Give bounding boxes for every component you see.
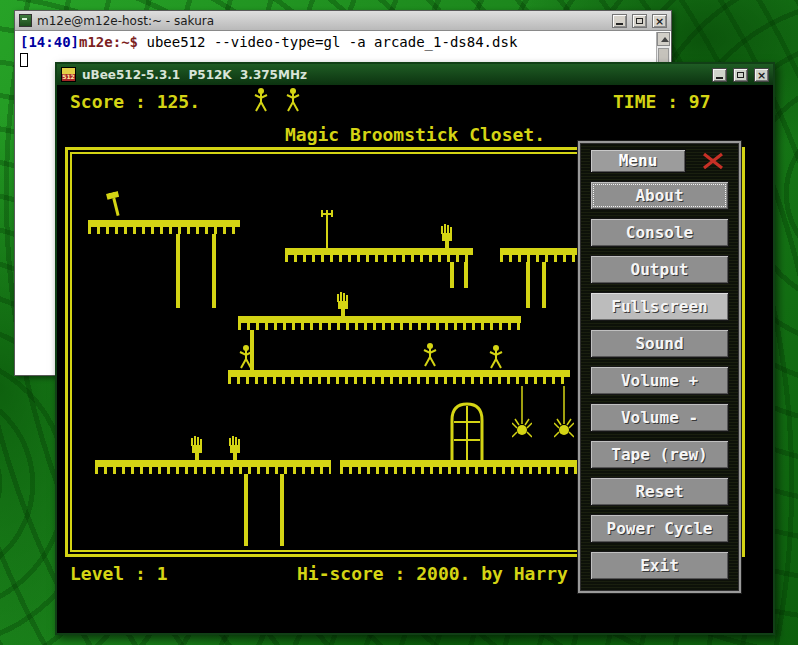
score-text: Score : 125. xyxy=(70,91,200,112)
platform xyxy=(228,370,570,384)
game-screen: Score : 125. TIME : 97 Magic Broomstick … xyxy=(57,85,773,633)
sprite-hand xyxy=(440,224,454,248)
command-text: ubee512 --video-type=gl -a arcade_1-ds84… xyxy=(138,34,517,50)
terminal-cursor xyxy=(20,53,28,67)
platform xyxy=(340,460,582,474)
platform xyxy=(238,316,521,330)
sprite-spider xyxy=(554,386,574,442)
menu-item-sound[interactable]: Sound xyxy=(590,329,729,358)
menu-item-about[interactable]: About xyxy=(590,181,729,210)
menu-item-reset[interactable]: Reset xyxy=(590,477,729,506)
ladder xyxy=(244,474,248,546)
ladder xyxy=(450,262,454,288)
menu-item-output[interactable]: Output xyxy=(590,255,729,284)
terminal-titlebar[interactable]: m12e@m12e-host:~ - sakura xyxy=(15,11,671,31)
emulator-menu: Menu AboutConsoleOutputFullscreenSoundVo… xyxy=(578,141,741,593)
sprite-hand xyxy=(190,436,204,460)
menu-item-exit[interactable]: Exit xyxy=(590,551,729,580)
prompt-time: [14:40] xyxy=(20,34,79,50)
platform xyxy=(88,220,240,234)
sprite-spider xyxy=(512,386,532,442)
sprite-door xyxy=(450,402,484,460)
ladder xyxy=(464,262,468,288)
close-icon xyxy=(702,152,724,170)
lives-indicators xyxy=(253,87,301,113)
sprite-hand xyxy=(228,436,242,460)
life-icon xyxy=(253,87,269,113)
platform xyxy=(95,460,331,474)
emulator-maximize-button[interactable] xyxy=(733,68,748,82)
emulator-close-button[interactable] xyxy=(754,68,769,82)
prompt-user: m12e:~$ xyxy=(79,34,138,50)
terminal-icon xyxy=(19,14,32,27)
terminal-title: m12e@m12e-host:~ - sakura xyxy=(37,14,607,28)
menu-item-volume-plus[interactable]: Volume + xyxy=(590,366,729,395)
sprite-rake xyxy=(320,210,334,248)
terminal-maximize-button[interactable] xyxy=(632,14,647,28)
emulator-window: uBee512-5.3.1 P512K 3.375MHz Score : 125… xyxy=(55,62,775,635)
menu-items: AboutConsoleOutputFullscreenSoundVolume … xyxy=(590,181,729,580)
scroll-up-icon[interactable] xyxy=(657,32,670,46)
menu-header: Menu xyxy=(590,149,729,173)
menu-item-tape-rew[interactable]: Tape (rew) xyxy=(590,440,729,469)
ladder xyxy=(542,262,546,308)
hiscore-text: Hi-score : 2000. by Harry xyxy=(297,563,568,584)
menu-item-console[interactable]: Console xyxy=(590,218,729,247)
level-text: Level : 1 xyxy=(70,563,168,584)
platform xyxy=(285,248,473,262)
life-icon xyxy=(285,87,301,113)
menu-item-volume-minus[interactable]: Volume - xyxy=(590,403,729,432)
menu-close-button[interactable] xyxy=(697,149,729,173)
terminal-minimize-button[interactable] xyxy=(612,14,627,28)
sprite-figure xyxy=(488,344,504,370)
time-text: TIME : 97 xyxy=(613,91,711,112)
sprite-hand xyxy=(336,292,350,316)
sprite-hammer xyxy=(106,192,124,218)
emulator-title: uBee512-5.3.1 P512K 3.375MHz xyxy=(82,68,706,82)
platform xyxy=(500,248,582,262)
menu-item-fullscreen[interactable]: Fullscreen xyxy=(590,292,729,321)
ubee512-logo-icon xyxy=(61,67,76,82)
sprite-figure xyxy=(422,342,438,368)
emulator-minimize-button[interactable] xyxy=(712,68,727,82)
ladder xyxy=(176,234,180,308)
ladder xyxy=(212,234,216,308)
ladder xyxy=(280,474,284,546)
emulator-titlebar[interactable]: uBee512-5.3.1 P512K 3.375MHz xyxy=(57,64,773,85)
terminal-close-button[interactable] xyxy=(652,14,667,28)
menu-title-button[interactable]: Menu xyxy=(590,149,686,173)
menu-item-power-cycle[interactable]: Power Cycle xyxy=(590,514,729,543)
ladder xyxy=(526,262,530,308)
sprite-figure xyxy=(238,344,254,370)
